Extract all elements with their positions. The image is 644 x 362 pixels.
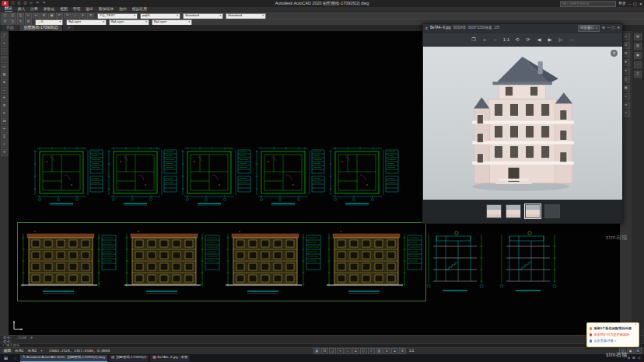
osnap-icon[interactable]: ◇	[360, 348, 367, 354]
align-icon[interactable]: ⊥	[622, 93, 630, 100]
mirror-icon[interactable]: ⋈	[1, 118, 9, 125]
viewer-image-area[interactable]: ✕	[423, 47, 622, 200]
arc-icon[interactable]: ⌒	[1, 56, 9, 63]
rectangle-icon[interactable]: ▭	[1, 64, 9, 71]
erase-icon[interactable]: ╳	[1, 134, 9, 141]
minimize-icon[interactable]: ─	[607, 26, 610, 30]
redo-icon[interactable]: ↷	[41, 2, 47, 6]
save-icon[interactable]: ◫	[23, 2, 28, 6]
measure-icon[interactable]: ⌗	[622, 33, 630, 40]
annotation-scale[interactable]: 1:1	[408, 350, 415, 353]
snap-icon[interactable]: ⊡	[321, 348, 328, 354]
floor-plan-5[interactable]	[328, 146, 400, 207]
ribbon-tab[interactable]: 视图	[60, 8, 68, 12]
elevation-4[interactable]	[325, 225, 424, 298]
fit-mode-dropdown[interactable]: 适应窗口	[578, 25, 600, 32]
polyline-icon[interactable]: ∿	[1, 40, 9, 47]
circle-icon[interactable]: ○	[1, 48, 9, 55]
array-icon[interactable]: ▦	[622, 85, 630, 92]
trim-icon[interactable]: ✂	[1, 126, 9, 133]
floor-plan-4[interactable]	[254, 146, 326, 207]
signin-button[interactable]: 登录	[618, 2, 625, 5]
settings-icon[interactable]: ⚙	[602, 26, 605, 30]
blocks-icon[interactable]: ⊞	[622, 50, 630, 57]
taskbar-search-icon[interactable]: ○	[12, 357, 19, 360]
zoom-in-icon[interactable]: +	[481, 37, 488, 42]
slideshow-icon[interactable]: ▷	[558, 37, 565, 42]
help-icon[interactable]: ?	[622, 110, 630, 117]
infer-constraints-icon[interactable]: ◿	[329, 348, 336, 354]
ribbon-tab[interactable]: 管理	[73, 8, 81, 12]
ribbon-tab[interactable]: 协作	[119, 8, 127, 12]
close-icon[interactable]: ✕	[639, 2, 642, 6]
elevation-3[interactable]	[224, 225, 323, 298]
volume-icon[interactable]: ◁	[637, 357, 640, 360]
new-file-icon[interactable]: ▢	[10, 2, 16, 6]
floor-plan-1[interactable]	[33, 146, 104, 207]
floor-plan-3[interactable]	[180, 146, 252, 207]
zoom-out-icon[interactable]: −	[492, 37, 499, 42]
rotate-left-icon[interactable]: ⟲	[514, 37, 521, 42]
lineweight-icon[interactable]: ≡	[368, 348, 375, 354]
open-file-icon[interactable]: ◱	[16, 2, 22, 6]
polar-icon[interactable]: ∠	[352, 348, 359, 354]
purge-icon[interactable]: ⌀	[622, 102, 630, 109]
layout-tab[interactable]: 布局1	[13, 350, 26, 353]
viewer-menu-icon[interactable]: ≡	[425, 26, 428, 30]
maximize-icon[interactable]: ▢	[633, 2, 637, 6]
elevation-1[interactable]	[19, 225, 118, 298]
selection-cycling-icon[interactable]: ⊙	[383, 348, 390, 354]
isolate-objects-icon[interactable]: ◎	[619, 348, 626, 354]
next-image-icon[interactable]: ▶	[547, 37, 554, 42]
undo-icon[interactable]: ↶	[35, 2, 40, 6]
layout-tab[interactable]: +	[39, 350, 44, 353]
ribbon-tab[interactable]: 输出	[86, 8, 93, 12]
panel-properties-icon[interactable]: ▤	[634, 33, 642, 40]
thumbnail-2[interactable]	[506, 204, 521, 218]
thumbnail-1[interactable]	[486, 204, 502, 218]
workspace-gear-icon[interactable]: ⚙	[399, 348, 406, 354]
notification-popup[interactable]: ✕ 发现3个疑似风险项待处理 安全防护已为您拦截风险 点击查看详情 >	[586, 322, 639, 347]
actual-size-icon[interactable]: 1:1	[503, 37, 510, 42]
annotation-scale-icon[interactable]: ▲	[391, 348, 398, 354]
tool-palette-icon[interactable]: ✦	[622, 68, 630, 75]
panel-design-icon[interactable]: ▣	[634, 52, 642, 59]
copy-icon[interactable]: ⧉	[1, 103, 9, 110]
rotate-icon[interactable]: ↻	[1, 110, 9, 117]
search-input[interactable]	[560, 1, 616, 7]
line-icon[interactable]: ╱	[1, 33, 9, 40]
ribbon-tab[interactable]: 注释	[30, 8, 38, 12]
layers-icon[interactable]: ≣	[622, 42, 630, 49]
panel-layers-icon[interactable]: ▥	[634, 43, 642, 50]
section-1[interactable]	[422, 227, 491, 295]
taskbar-app-button[interactable]: A Autodesk AutoCAD 2020 - 别墅图纸-170926(2)…	[20, 355, 107, 362]
clean-screen-icon[interactable]: ▣	[627, 348, 634, 354]
explode-icon[interactable]: ✶	[1, 149, 9, 156]
overlay-close-icon[interactable]: ✕	[611, 50, 618, 57]
taskbar-app-button[interactable]: ▤ 别墅图纸-170926(2)	[109, 355, 149, 362]
offset-icon[interactable]: ≡	[1, 141, 9, 148]
popup-close-icon[interactable]: ✕	[635, 323, 637, 326]
close-icon[interactable]: ✕	[617, 26, 620, 30]
ribbon-tab[interactable]: 附加模块	[99, 8, 114, 12]
tray-expand-icon[interactable]: ∧	[628, 357, 631, 360]
layout-tab[interactable]: 模型	[2, 350, 12, 353]
ribbon-tab[interactable]: 插入	[18, 8, 26, 12]
thumbnail-4[interactable]	[544, 204, 560, 218]
file-tab[interactable]: 别墅图纸-170926(2)	[19, 25, 64, 31]
maximize-icon[interactable]: ▢	[611, 26, 614, 30]
xref-icon[interactable]: ❖	[622, 59, 630, 66]
grid-icon[interactable]: ▦	[313, 348, 320, 354]
ribbon-tab[interactable]: 精选应用	[132, 8, 147, 12]
dynamic-input-icon[interactable]: ⌖	[337, 348, 344, 354]
panel-sheetset-icon[interactable]: ▒	[634, 71, 642, 78]
fullscreen-icon[interactable]: ❐	[471, 37, 478, 42]
file-tab[interactable]: 开始	[2, 25, 19, 31]
floor-plan-2[interactable]	[107, 146, 178, 207]
more-icon[interactable]: ⋯	[569, 37, 576, 42]
start-button-icon[interactable]: ⊞	[2, 356, 10, 360]
move-icon[interactable]: ✛	[1, 95, 9, 102]
text-icon[interactable]: A	[1, 79, 9, 86]
taskbar-app-button[interactable]: ▣ BeTA4--X.jpg - 看图	[150, 355, 190, 362]
ribbon-tab[interactable]: 参数化	[44, 8, 54, 12]
